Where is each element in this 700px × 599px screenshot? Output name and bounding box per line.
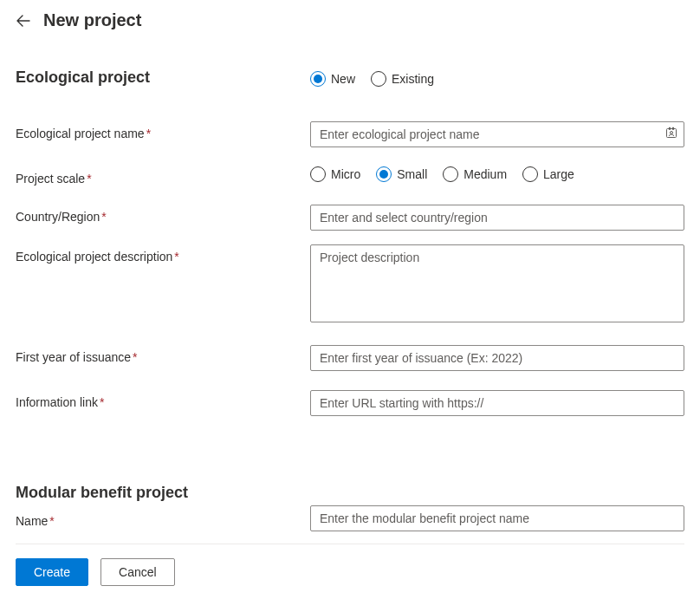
scale-small-radio[interactable]: Small	[376, 166, 427, 182]
required-marker: *	[87, 172, 91, 186]
scale-micro-radio[interactable]: Micro	[310, 166, 360, 182]
ecological-name-row: Ecological project name*	[16, 121, 684, 147]
project-scale-label: Project scale	[16, 172, 85, 186]
modular-name-label: Name	[16, 514, 48, 528]
scale-medium-radio[interactable]: Medium	[443, 166, 507, 182]
modular-section-title: Modular benefit project	[16, 484, 684, 502]
country-region-row: Country/Region*	[16, 205, 684, 231]
description-label: Ecological project description	[16, 250, 172, 264]
country-region-label: Country/Region	[16, 210, 100, 224]
radio-label: Small	[397, 167, 427, 181]
radio-icon	[522, 166, 538, 182]
info-link-row: Information link*	[16, 390, 684, 416]
radio-icon	[443, 166, 458, 182]
required-marker: *	[101, 210, 106, 224]
radio-icon	[310, 71, 326, 87]
cancel-button[interactable]: Cancel	[100, 558, 175, 586]
country-region-input[interactable]	[310, 205, 684, 231]
radio-label: Large	[543, 167, 574, 181]
first-year-label: First year of issuance	[16, 350, 131, 364]
ecological-section-title: Ecological project	[16, 68, 310, 87]
project-mode-radio-group: New Existing	[310, 68, 684, 87]
ecological-heading-row: Ecological project New Existing	[16, 68, 684, 102]
ecological-name-input[interactable]	[310, 121, 684, 147]
modular-section: Modular benefit project Name*	[16, 484, 684, 531]
footer-divider	[16, 544, 684, 544]
radio-label: Medium	[463, 167, 507, 181]
info-link-label: Information link	[16, 395, 98, 409]
back-arrow-icon[interactable]	[16, 13, 31, 29]
info-link-input[interactable]	[310, 390, 684, 416]
description-textarea[interactable]	[310, 244, 684, 322]
radio-icon	[376, 166, 392, 182]
scale-large-radio[interactable]: Large	[522, 166, 574, 182]
required-marker: *	[49, 514, 54, 528]
page-title: New project	[43, 10, 141, 30]
radio-icon	[371, 71, 386, 87]
radio-icon	[310, 166, 326, 182]
ecological-section: Ecological project New Existing Ecologic…	[16, 68, 684, 416]
description-row: Ecological project description*	[16, 244, 684, 326]
ecological-name-label: Ecological project name	[16, 127, 145, 140]
project-mode-new-radio[interactable]: New	[310, 71, 355, 87]
create-button[interactable]: Create	[16, 558, 88, 586]
radio-label: Micro	[331, 167, 360, 181]
required-marker: *	[174, 250, 178, 264]
project-scale-radio-group: Micro Small Medium Large	[310, 166, 684, 182]
radio-label: New	[331, 72, 355, 86]
required-marker: *	[146, 127, 151, 140]
modular-name-row: Name*	[16, 505, 684, 531]
project-scale-row: Project scale* Micro Small Medium La	[16, 166, 684, 186]
required-marker: *	[133, 350, 137, 364]
page-header: New project	[16, 10, 684, 30]
footer-actions: Create Cancel	[16, 558, 684, 586]
project-mode-existing-radio[interactable]: Existing	[371, 71, 434, 87]
modular-name-input[interactable]	[310, 505, 684, 531]
first-year-input[interactable]	[310, 345, 684, 371]
required-marker: *	[100, 395, 104, 409]
radio-label: Existing	[392, 72, 434, 86]
first-year-row: First year of issuance*	[16, 345, 684, 371]
